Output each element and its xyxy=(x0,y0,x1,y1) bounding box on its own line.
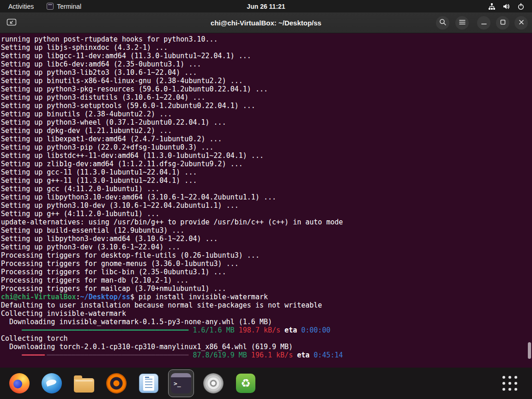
terminal-line: Setting up python3-pip (22.0.2+dfsg-1ubu… xyxy=(1,143,531,151)
terminal-line: ━━━━━━━━━━━━━━━━━━━━━━━━━━━━━━━━━━━━━━━━… xyxy=(1,326,531,334)
terminal-line: Setting up python3-pkg-resources (59.6.0… xyxy=(1,85,531,93)
minimize-button[interactable] xyxy=(477,16,490,30)
taskbar-app-terminal[interactable]: Terminal xyxy=(42,0,86,12)
terminal-line: update-alternatives: using /usr/bin/g++ … xyxy=(1,218,531,226)
dock-files[interactable] xyxy=(71,369,97,397)
terminal-line: Downloading torch-2.0.1-cp310-cp310-many… xyxy=(1,343,531,351)
disc-icon xyxy=(203,373,224,393)
terminal-line: Setting up python3-distutils (3.10.6-1~2… xyxy=(1,93,531,102)
terminal-line: Processing triggers for man-db (2.10.2-1… xyxy=(1,276,531,284)
close-icon xyxy=(518,19,525,27)
terminal-line: Setting up gcc-11 (11.3.0-1ubuntu1~22.04… xyxy=(1,168,531,176)
terminal-line: Defaulting to user installation because … xyxy=(1,301,531,309)
terminal-line: Collecting torch xyxy=(1,334,531,343)
terminal-line: chi@chi-VirtualBox:~/Desktop/ss$ pip ins… xyxy=(1,293,531,301)
software-center-icon: ♻ xyxy=(236,374,255,393)
volume-icon xyxy=(502,3,510,10)
clock[interactable]: Jun 26 11:21 xyxy=(247,3,285,10)
terminal-line: Downloading invisible_watermark-0.1.5-py… xyxy=(1,318,531,326)
terminal-line: Setting up libpython3.10-dev:amd64 (3.10… xyxy=(1,193,531,201)
dock-libreoffice-writer[interactable] xyxy=(136,369,162,397)
terminal-line: Setting up python3-lib2to3 (3.10.6-1~22.… xyxy=(1,68,531,77)
window-title: chi@chi-VirtualBox: ~/Desktop/ss xyxy=(0,12,532,33)
terminal-line: Processing triggers for gnome-menus (3.3… xyxy=(1,260,531,268)
terminal-line: Setting up binutils (2.38-4ubuntu2.2) ..… xyxy=(1,110,531,118)
terminal-line: Processing triggers for mailcap (3.70+nm… xyxy=(1,284,531,293)
window-tab-icon xyxy=(6,18,17,29)
maximize-icon xyxy=(500,19,506,27)
show-applications-button[interactable] xyxy=(498,371,522,395)
terminal-line: Processing triggers for desktop-file-uti… xyxy=(1,251,531,260)
files-folder-icon xyxy=(74,378,94,393)
taskbar-app-label: Terminal xyxy=(57,3,81,10)
terminal-line: Setting up libpython3-dev:amd64 (3.10.6-… xyxy=(1,235,531,243)
libreoffice-writer-icon xyxy=(139,374,158,393)
activities-button[interactable]: Activities xyxy=(0,0,42,12)
maximize-button[interactable] xyxy=(496,16,509,30)
workspace-tree-icon xyxy=(488,3,496,10)
dock-thunderbird[interactable] xyxy=(39,369,65,397)
terminal-line: Setting up zlib1g-dev:amd64 (1:1.2.11.df… xyxy=(1,160,531,168)
rhythmbox-icon xyxy=(106,373,127,393)
scrollbar-thumb[interactable] xyxy=(528,342,531,359)
terminal-line: Setting up dpkg-dev (1.21.1ubuntu2.2) ..… xyxy=(1,127,531,135)
minimize-icon xyxy=(481,19,487,27)
terminal-titlebar[interactable]: chi@chi-VirtualBox: ~/Desktop/ss xyxy=(0,12,532,33)
dock-firefox[interactable] xyxy=(6,369,32,397)
terminal-line: running python post-rtupdate hooks for p… xyxy=(1,35,531,43)
terminal-line: Setting up python3-setuptools (59.6.0-1.… xyxy=(1,102,531,110)
terminal-line: Setting up libc6-dev:amd64 (2.35-0ubuntu… xyxy=(1,60,531,68)
search-icon xyxy=(439,18,447,28)
new-tab-button[interactable] xyxy=(5,17,18,29)
menu-button[interactable] xyxy=(455,16,469,30)
terminal-line: Setting up libgcc-11-dev:amd64 (11.3.0-1… xyxy=(1,52,531,60)
apps-grid-icon xyxy=(502,376,517,391)
power-icon xyxy=(517,3,525,10)
search-button[interactable] xyxy=(436,16,449,30)
terminal-icon xyxy=(47,3,54,10)
terminal-line: Setting up libjs-sphinxdoc (4.3.2-1) ... xyxy=(1,43,531,52)
terminal-line: Setting up libexpat1-dev:amd64 (2.4.7-1u… xyxy=(1,135,531,143)
dock: >_ ♻ xyxy=(0,368,532,399)
top-bar: Activities Terminal Jun 26 11:21 xyxy=(0,0,532,12)
terminal-line: Setting up libstdc++-11-dev:amd64 (11.3.… xyxy=(1,151,531,160)
terminal-line: Setting up gcc (4:11.2.0-1ubuntu1) ... xyxy=(1,185,531,193)
terminal-line: Setting up binutils-x86-64-linux-gnu (2.… xyxy=(1,77,531,85)
dock-software[interactable]: ♻ xyxy=(233,369,259,397)
terminal-app-icon: >_ xyxy=(171,373,191,393)
terminal-line: Collecting invisible-watermark xyxy=(1,309,531,318)
dock-terminal[interactable]: >_ xyxy=(168,369,194,397)
firefox-icon xyxy=(9,373,30,393)
terminal-line: Setting up python3-dev (3.10.6-1~22.04) … xyxy=(1,243,531,251)
terminal-line: Setting up python3.10-dev (3.10.6-1~22.0… xyxy=(1,201,531,210)
dock-media-player[interactable] xyxy=(200,369,226,397)
hamburger-icon xyxy=(459,18,466,28)
terminal-line: Setting up python3-wheel (0.37.1-2ubuntu… xyxy=(1,118,531,127)
system-status-area[interactable] xyxy=(484,0,528,12)
thunderbird-icon xyxy=(42,373,62,393)
close-button[interactable] xyxy=(514,16,528,30)
terminal-line: Setting up build-essential (12.9ubuntu3)… xyxy=(1,226,531,235)
terminal-line: ━━━━━╸━━━━━━━━━━━━━━━━━━━━━━━━━━━━━━━━━━… xyxy=(1,351,531,359)
terminal-output[interactable]: running python post-rtupdate hooks for p… xyxy=(0,33,532,368)
terminal-line: Setting up g++ (4:11.2.0-1ubuntu1) ... xyxy=(1,210,531,218)
dock-rhythmbox[interactable] xyxy=(103,369,129,397)
terminal-line: Setting up g++-11 (11.3.0-1ubuntu1~22.04… xyxy=(1,176,531,185)
terminal-line: Processing triggers for libc-bin (2.35-0… xyxy=(1,268,531,276)
